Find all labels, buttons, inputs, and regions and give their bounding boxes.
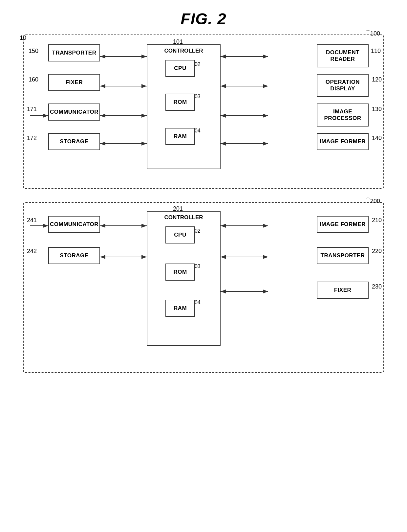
storage-box-200: STORAGE xyxy=(48,247,100,264)
rom-box-200: ROM xyxy=(165,264,195,281)
ref-110: 110 xyxy=(371,48,381,55)
ref-172: 172 xyxy=(27,135,37,142)
ref-220: 220 xyxy=(372,248,382,255)
controller-label-100: CONTROLLER xyxy=(147,48,220,54)
controller-box-200: CONTROLLER 202 CPU 203 ROM 204 RAM xyxy=(147,211,221,346)
communicator-box-200: COMMUNICATOR xyxy=(48,216,100,233)
transporter-box-200: TRANSPORTER xyxy=(317,247,369,264)
ref-140: 140 xyxy=(372,135,382,142)
ref-160: 160 xyxy=(29,76,38,83)
ref-150: 150 xyxy=(29,48,38,55)
image-processor-box: IMAGEPROCESSOR xyxy=(317,104,369,127)
operation-display-box: OPERATIONDISPLAY xyxy=(317,74,369,97)
cpu-box-100: CPU xyxy=(165,60,195,77)
ram-box-200: RAM xyxy=(165,300,195,317)
document-reader-box: DOCUMENTREADER xyxy=(317,44,369,67)
system-200-box: ⌒200 xyxy=(23,202,384,373)
ref-230: 230 xyxy=(372,283,382,290)
ref-241: 241 xyxy=(27,217,37,224)
ref-171: 171 xyxy=(27,106,37,113)
image-former-box-100: IMAGE FORMER xyxy=(317,133,369,150)
ram-box-100: RAM xyxy=(165,128,195,145)
image-former-box-200: IMAGE FORMER xyxy=(317,216,369,233)
storage-box-100: STORAGE xyxy=(48,133,100,150)
page-title: FIG. 2 xyxy=(0,0,407,28)
cpu-box-200: CPU xyxy=(165,226,195,243)
ref-120: 120 xyxy=(372,76,382,83)
transporter-box-100: TRANSPORTER xyxy=(48,44,100,61)
ref-200: ⌒200 xyxy=(366,198,380,205)
rom-box-100: ROM xyxy=(165,94,195,111)
controller-label-200: CONTROLLER xyxy=(147,214,220,221)
fixer-box-200: FIXER xyxy=(317,282,369,299)
system-100-box: ⌒100 xyxy=(23,35,384,189)
ref-130: 130 xyxy=(372,106,382,113)
ref-242: 242 xyxy=(27,248,37,255)
ref-210: 210 xyxy=(372,217,382,224)
communicator-box-100: COMMUNICATOR xyxy=(48,104,100,121)
fixer-box-100: FIXER xyxy=(48,74,100,91)
controller-box-100: CONTROLLER 102 CPU 103 ROM 104 RAM xyxy=(147,44,221,169)
ref-100: ⌒100 xyxy=(366,30,380,37)
